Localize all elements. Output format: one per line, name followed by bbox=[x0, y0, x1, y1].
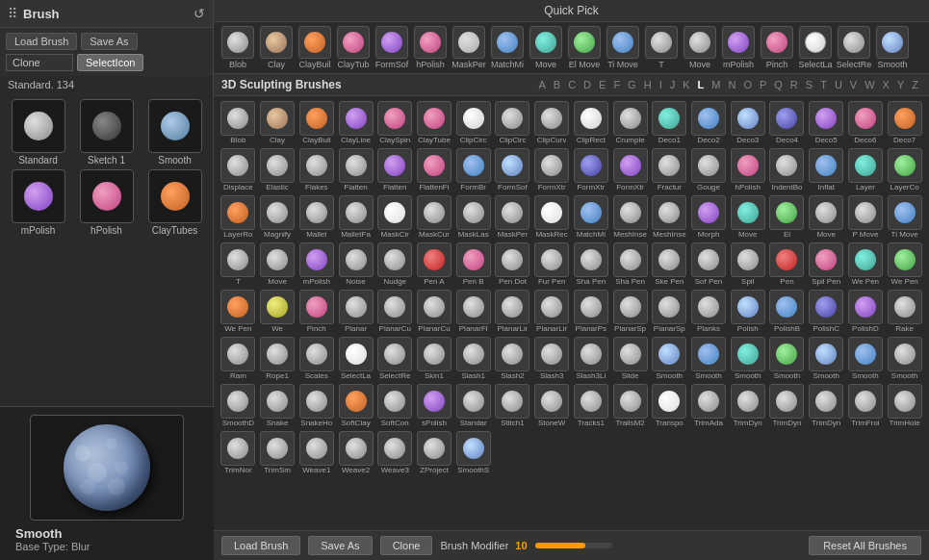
brush-item-zproject[interactable]: ZProject bbox=[416, 430, 453, 475]
clone-input[interactable] bbox=[6, 54, 73, 71]
brush-item-smoothd[interactable]: SmoothD bbox=[219, 383, 257, 428]
brush-item-smooth6[interactable]: Smooth bbox=[847, 336, 885, 381]
brush-item-meshinse2[interactable]: MeshInse bbox=[651, 194, 688, 240]
alpha-E[interactable]: E bbox=[596, 78, 608, 91]
qp-item[interactable]: Move bbox=[682, 26, 718, 69]
brush-item-magnify[interactable]: Magnify bbox=[259, 194, 297, 240]
brush-item-slash1[interactable]: Slash1 bbox=[454, 336, 492, 381]
brush-item-we[interactable]: We bbox=[259, 289, 297, 334]
brush-item-weave1[interactable]: Weave1 bbox=[297, 430, 335, 475]
brush-item-clay[interactable]: Clay bbox=[259, 100, 297, 145]
brush-item-deco1[interactable]: Deco1 bbox=[651, 100, 688, 145]
brush-item-flatten1[interactable]: Flatten bbox=[337, 147, 374, 192]
brush-item-transpo[interactable]: Transpo bbox=[651, 383, 688, 428]
alpha-G[interactable]: G bbox=[625, 78, 639, 91]
brush-item-pendot[interactable]: Pen Dot bbox=[494, 242, 531, 287]
brush-item-malletfa[interactable]: MalletFa bbox=[337, 194, 374, 240]
qp-item[interactable]: Smooth bbox=[874, 26, 911, 69]
brush-item-wepen3[interactable]: We Pen bbox=[219, 289, 257, 334]
brush-item-masklas[interactable]: MaskLas bbox=[454, 194, 492, 240]
brush-item-claybuil[interactable]: ClayBuil bbox=[297, 100, 335, 145]
brush-item-indentbo[interactable]: IndentBo bbox=[768, 147, 806, 192]
alpha-C[interactable]: C bbox=[565, 78, 579, 91]
main-clone-button[interactable]: Clone bbox=[380, 536, 433, 555]
brush-item-wepen1[interactable]: We Pen bbox=[847, 242, 885, 287]
brush-item-claytube[interactable]: ClayTube bbox=[416, 100, 453, 145]
save-as-button[interactable]: Save As bbox=[81, 33, 137, 50]
brush-item-clayline[interactable]: ClayLine bbox=[337, 100, 374, 145]
brush-item-smooth3[interactable]: Smooth bbox=[729, 336, 766, 381]
alpha-Q[interactable]: Q bbox=[771, 78, 786, 91]
brush-item-gouge[interactable]: Gouge bbox=[690, 147, 728, 192]
load-brush-button[interactable]: Load Brush bbox=[6, 33, 77, 50]
brush-item-formxtr2[interactable]: FormXtr bbox=[572, 147, 609, 192]
brush-item-planks[interactable]: Planks bbox=[690, 289, 728, 334]
brush-item-smooth2[interactable]: Smooth bbox=[690, 336, 728, 381]
brush-item-planarcu1[interactable]: PlanarCu bbox=[376, 289, 414, 334]
qp-item[interactable]: Blob bbox=[219, 26, 256, 69]
alpha-T[interactable]: T bbox=[817, 78, 830, 91]
alpha-V[interactable]: V bbox=[847, 78, 860, 91]
brush-item-move2[interactable]: Move bbox=[808, 194, 845, 240]
brush-item-skepen[interactable]: Ske Pen bbox=[651, 242, 688, 287]
brush-item-inflat[interactable]: Inflat bbox=[808, 147, 845, 192]
brush-item-sofpen[interactable]: Sof Pen bbox=[690, 242, 728, 287]
brush-item-t[interactable]: T bbox=[219, 242, 257, 287]
brush-item-planarcu2[interactable]: PlanarCu bbox=[416, 289, 453, 334]
brush-item-ram[interactable]: Ram bbox=[219, 336, 257, 381]
qp-item[interactable]: ClayTub bbox=[335, 26, 372, 69]
brush-cell-mpolish[interactable]: mPolish bbox=[6, 169, 70, 236]
alpha-Z[interactable]: Z bbox=[909, 78, 921, 91]
qp-item[interactable]: Ti Move bbox=[605, 26, 641, 69]
brush-item-trimdyn1[interactable]: TrimDyn bbox=[729, 383, 766, 428]
brush-item-flattenfi[interactable]: FlattenFi bbox=[416, 147, 453, 192]
brush-item-pena[interactable]: Pen A bbox=[416, 242, 453, 287]
brush-item-stonew[interactable]: StoneW bbox=[533, 383, 571, 428]
brush-item-planar[interactable]: Planar bbox=[337, 289, 374, 334]
brush-item-polishd[interactable]: PolishD bbox=[847, 289, 885, 334]
brush-item-smooth4[interactable]: Smooth bbox=[768, 336, 806, 381]
brush-item-move[interactable]: Move bbox=[729, 194, 766, 240]
brush-item-penb[interactable]: Pen B bbox=[454, 242, 492, 287]
brush-item-wepen2[interactable]: We Pen bbox=[886, 242, 923, 287]
brush-item-layerco[interactable]: LayerCo bbox=[886, 147, 923, 192]
brush-item-hpolish[interactable]: hPolish bbox=[729, 147, 766, 192]
brush-item-polishc[interactable]: PolishC bbox=[808, 289, 845, 334]
brush-grid-container[interactable]: Blob Clay ClayBuil ClayLine ClaySpin Cla… bbox=[214, 96, 929, 530]
alpha-F[interactable]: F bbox=[610, 78, 623, 91]
qp-item[interactable]: mPolish bbox=[720, 26, 757, 69]
brush-cell-sketch[interactable]: Sketch 1 bbox=[74, 99, 139, 165]
brush-item-fractur[interactable]: Fractur bbox=[651, 147, 688, 192]
brush-item-spilpen[interactable]: Spil Pen bbox=[808, 242, 845, 287]
brush-item-smooth5[interactable]: Smooth bbox=[808, 336, 845, 381]
brush-item-snake[interactable]: Snake bbox=[259, 383, 297, 428]
brush-item-selectre[interactable]: SelectRe bbox=[376, 336, 414, 381]
brush-item-polish[interactable]: Polish bbox=[729, 289, 766, 334]
brush-item-flatten2[interactable]: Flatten bbox=[376, 147, 414, 192]
alpha-S[interactable]: S bbox=[803, 78, 815, 91]
brush-item-clayspin[interactable]: ClaySpin bbox=[376, 100, 414, 145]
qp-item[interactable]: SelectRe bbox=[836, 26, 872, 69]
brush-item-stitch1[interactable]: Stitch1 bbox=[494, 383, 531, 428]
brush-item-slash3li[interactable]: Slash3Li bbox=[572, 336, 609, 381]
brush-item-planarlir1[interactable]: PlanarLir bbox=[494, 289, 531, 334]
brush-item-pinch[interactable]: Pinch bbox=[297, 289, 335, 334]
brush-item-pen[interactable]: Pen bbox=[768, 242, 806, 287]
brush-item-slash2[interactable]: Slash2 bbox=[494, 336, 531, 381]
alpha-B[interactable]: B bbox=[551, 78, 563, 91]
alpha-R[interactable]: R bbox=[787, 78, 801, 91]
qp-item[interactable]: SelectLa bbox=[797, 26, 834, 69]
qp-item[interactable]: MatchMi bbox=[489, 26, 526, 69]
main-save-as-button[interactable]: Save As bbox=[308, 536, 372, 555]
alpha-U[interactable]: U bbox=[832, 78, 845, 91]
brush-item-nudge[interactable]: Nudge bbox=[376, 242, 414, 287]
qp-item[interactable]: Pinch bbox=[759, 26, 795, 69]
brush-item-skin1[interactable]: Skin1 bbox=[416, 336, 453, 381]
brush-item-smooth-main[interactable]: Smooth bbox=[651, 336, 688, 381]
brush-item-trimnor[interactable]: TrimNor bbox=[219, 430, 257, 475]
brush-item-crumple[interactable]: Crumple bbox=[611, 100, 649, 145]
brush-item-trimdyn3[interactable]: TrimDyn bbox=[808, 383, 845, 428]
brush-item-planarsp2[interactable]: PlanarSp bbox=[651, 289, 688, 334]
modifier-slider[interactable] bbox=[535, 543, 612, 548]
brush-item-maskcir[interactable]: MaskCir bbox=[376, 194, 414, 240]
